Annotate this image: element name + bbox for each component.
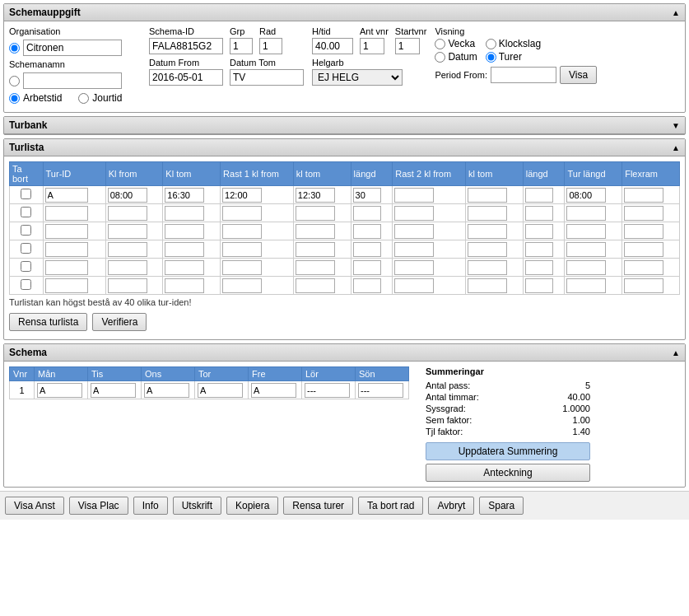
visa-plac-button[interactable]: Visa Plac	[69, 497, 128, 515]
rast2-langd-4[interactable]	[525, 260, 553, 275]
schema-id-input[interactable]	[149, 38, 223, 54]
rast1-langd-2[interactable]	[353, 224, 381, 239]
rast2-from-4[interactable]	[394, 260, 434, 275]
turid-input-2[interactable]	[45, 224, 88, 239]
vecka-radio[interactable]	[435, 39, 445, 49]
schema-man-0[interactable]	[37, 383, 82, 398]
rast1-tom-0[interactable]	[296, 188, 335, 203]
turid-input-3[interactable]	[45, 242, 88, 257]
rast1-tom-1[interactable]	[296, 206, 335, 221]
rast2-tom-3[interactable]	[468, 242, 507, 257]
arbetstid-radio[interactable]	[9, 93, 20, 104]
rast1-from-1[interactable]	[222, 206, 262, 221]
tabort-checkbox-2[interactable]	[21, 225, 31, 236]
rast1-tom-4[interactable]	[296, 260, 335, 275]
anteckning-button[interactable]: Anteckning	[426, 464, 590, 482]
schema-tis-0[interactable]	[91, 383, 136, 398]
kl-tom-input-0[interactable]	[165, 188, 204, 203]
kl-tom-input-2[interactable]	[165, 224, 204, 239]
rast1-langd-5[interactable]	[353, 278, 381, 293]
rast2-from-3[interactable]	[394, 242, 434, 257]
flexram-2[interactable]	[624, 224, 663, 239]
rast2-from-5[interactable]	[394, 278, 434, 293]
tabort-checkbox-5[interactable]	[21, 279, 31, 290]
turid-input-5[interactable]	[45, 278, 88, 293]
rast2-tom-1[interactable]	[468, 206, 507, 221]
rad-input[interactable]	[259, 38, 282, 54]
turer-radio[interactable]	[486, 52, 496, 63]
tur-langd-5[interactable]	[566, 278, 606, 293]
helgarb-select[interactable]: EJ HELG HELG ALLA	[312, 69, 403, 86]
klockslag-radio[interactable]	[486, 39, 496, 49]
tur-langd-1[interactable]	[566, 206, 606, 221]
visa-button[interactable]: Visa	[560, 66, 597, 84]
tabort-checkbox-3[interactable]	[21, 243, 31, 254]
utskrift-button[interactable]: Utskrift	[173, 497, 221, 515]
tur-langd-2[interactable]	[566, 224, 606, 239]
kl-tom-input-5[interactable]	[165, 278, 204, 293]
rensa-turlista-button[interactable]: Rensa turlista	[9, 313, 87, 331]
kl-tom-input-4[interactable]	[165, 260, 204, 275]
htid-input[interactable]	[312, 38, 353, 54]
rast2-langd-3[interactable]	[525, 242, 553, 257]
schemauppgift-header[interactable]: Schemauppgift ▲	[4, 4, 685, 21]
flexram-3[interactable]	[624, 242, 663, 257]
kl-tom-input-3[interactable]	[165, 242, 204, 257]
kl-from-input-4[interactable]	[108, 260, 147, 275]
kl-from-input-0[interactable]	[108, 188, 147, 203]
rast2-tom-0[interactable]	[468, 188, 507, 203]
tur-langd-3[interactable]	[566, 242, 606, 257]
datum-from-input[interactable]	[149, 69, 223, 86]
schema-tor-0[interactable]	[198, 383, 243, 398]
turid-input-4[interactable]	[45, 260, 88, 275]
rast1-langd-3[interactable]	[353, 242, 381, 257]
schema-son-0[interactable]	[358, 383, 403, 398]
rast1-langd-1[interactable]	[353, 206, 381, 221]
datum-tom-input[interactable]	[230, 69, 304, 86]
schema-fre-0[interactable]	[251, 383, 296, 398]
rast2-from-0[interactable]	[394, 188, 434, 203]
rast1-from-5[interactable]	[222, 278, 262, 293]
rast2-tom-2[interactable]	[468, 224, 507, 239]
uppdatera-summering-button[interactable]: Uppdatera Summering	[426, 442, 590, 460]
tabort-checkbox-4[interactable]	[21, 261, 31, 272]
organisation-input[interactable]	[23, 40, 122, 56]
turid-input-0[interactable]	[45, 188, 88, 203]
schema-lor-0[interactable]	[305, 383, 350, 398]
rast1-from-3[interactable]	[222, 242, 262, 257]
kl-from-input-5[interactable]	[108, 278, 147, 293]
rensa-turer-button[interactable]: Rensa turer	[283, 497, 353, 515]
spara-button[interactable]: Spara	[479, 497, 524, 515]
visa-anst-button[interactable]: Visa Anst	[5, 497, 64, 515]
turlista-header[interactable]: Turlista ▲	[4, 139, 685, 156]
rast1-langd-0[interactable]	[353, 188, 381, 203]
startvnr-input[interactable]	[395, 38, 420, 54]
rast2-langd-1[interactable]	[525, 206, 553, 221]
grp-input[interactable]	[230, 38, 253, 54]
rast2-tom-4[interactable]	[468, 260, 507, 275]
kl-tom-input-1[interactable]	[165, 206, 204, 221]
tur-langd-4[interactable]	[566, 260, 606, 275]
rast2-langd-0[interactable]	[525, 188, 553, 203]
rast2-from-1[interactable]	[394, 206, 434, 221]
flexram-0[interactable]	[624, 188, 663, 203]
rast1-from-2[interactable]	[222, 224, 262, 239]
turbank-header[interactable]: Turbank ▼	[4, 117, 685, 134]
schemanamn-radio[interactable]	[9, 76, 20, 86]
rast1-tom-5[interactable]	[296, 278, 335, 293]
ant-vnr-input[interactable]	[360, 38, 384, 54]
schemanamn-input[interactable]	[23, 72, 122, 89]
tur-langd-0[interactable]	[566, 188, 606, 203]
period-from-input[interactable]	[491, 67, 556, 83]
kl-from-input-1[interactable]	[108, 206, 147, 221]
verifiera-button[interactable]: Verifiera	[92, 313, 147, 331]
info-button[interactable]: Info	[133, 497, 168, 515]
rast2-langd-2[interactable]	[525, 224, 553, 239]
rast1-tom-2[interactable]	[296, 224, 335, 239]
datum-radio[interactable]	[435, 52, 445, 63]
kl-from-input-3[interactable]	[108, 242, 147, 257]
tabort-checkbox-1[interactable]	[21, 207, 31, 217]
flexram-1[interactable]	[624, 206, 663, 221]
rast2-langd-5[interactable]	[525, 278, 553, 293]
organisation-radio[interactable]	[9, 43, 20, 54]
